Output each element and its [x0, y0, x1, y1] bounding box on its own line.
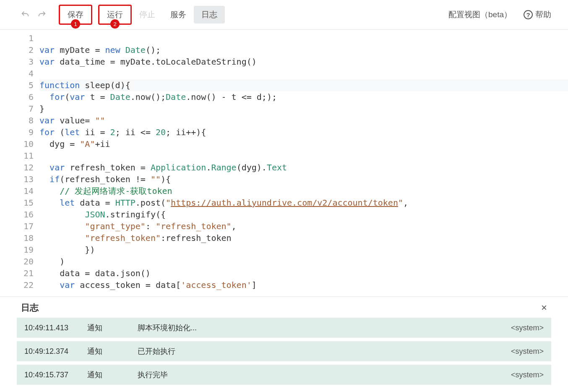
line-number: 18: [0, 232, 34, 244]
log-message: 已开始执行: [138, 346, 511, 356]
line-number: 15: [0, 197, 34, 209]
save-badge: 1: [71, 19, 80, 29]
code-line[interactable]: [39, 32, 568, 44]
code-content[interactable]: var myDate = new Date();var data_time = …: [39, 30, 568, 296]
log-source: <system>: [511, 324, 544, 332]
config-view-button[interactable]: 配置视图（beta）: [448, 9, 512, 20]
log-time: 10:49:11.413: [24, 324, 87, 332]
line-number: 12: [0, 162, 34, 173]
log-row[interactable]: 10:49:12.374通知已开始执行<system>: [17, 341, 551, 361]
log-type: 通知: [87, 346, 138, 356]
toolbar-right: 配置视图（beta） ? 帮助: [448, 9, 551, 20]
code-line[interactable]: [39, 68, 568, 79]
service-button[interactable]: 服务: [163, 6, 194, 24]
line-number: 11: [0, 150, 34, 162]
help-button[interactable]: ? 帮助: [524, 9, 551, 20]
redo-icon: [37, 10, 47, 19]
code-line[interactable]: data = data.json(): [39, 267, 568, 279]
line-number: 21: [0, 267, 34, 279]
log-source: <system>: [511, 371, 544, 379]
code-line[interactable]: var refresh_token = Application.Range(dy…: [39, 162, 568, 173]
code-line[interactable]: var value= "": [39, 115, 568, 126]
code-line[interactable]: "grant_type": "refresh_token",: [39, 220, 568, 232]
stop-button: 停止: [132, 6, 163, 24]
help-label: 帮助: [535, 9, 551, 20]
help-icon: ?: [524, 10, 533, 19]
line-number: 6: [0, 91, 34, 103]
code-line[interactable]: if(refresh_token != ""){: [39, 173, 568, 185]
undo-icon: [21, 10, 30, 19]
log-type: 通知: [87, 370, 138, 380]
run-button-label: 运行: [107, 10, 123, 19]
log-time: 10:49:15.737: [24, 371, 87, 379]
log-title: 日志: [21, 302, 39, 314]
line-number: 4: [0, 68, 34, 79]
line-number: 20: [0, 256, 34, 267]
redo-button[interactable]: [34, 6, 50, 23]
toolbar: 保存 1 运行 2 停止 服务 日志 配置视图（beta） ? 帮助: [0, 0, 568, 29]
run-badge: 2: [110, 19, 120, 29]
code-line[interactable]: function sleep(d){: [39, 79, 568, 91]
log-body: 10:49:11.413通知脚本环境初始化...<system>10:49:12…: [0, 318, 568, 392]
line-number: 13: [0, 173, 34, 185]
line-number: 16: [0, 209, 34, 220]
line-number: 19: [0, 244, 34, 256]
line-number: 3: [0, 56, 34, 68]
log-row[interactable]: 10:49:11.413通知脚本环境初始化...<system>: [17, 318, 551, 338]
code-line[interactable]: "refresh_token":refresh_token: [39, 232, 568, 244]
code-line[interactable]: [39, 150, 568, 162]
code-line[interactable]: var myDate = new Date();: [39, 44, 568, 56]
log-panel: 日志 × 10:49:11.413通知脚本环境初始化...<system>10:…: [0, 296, 568, 392]
log-header: 日志 ×: [0, 297, 568, 318]
line-number: 5: [0, 79, 34, 91]
code-editor[interactable]: 12345678910111213141516171819202122 var …: [0, 29, 568, 296]
run-button[interactable]: 运行 2: [98, 5, 132, 25]
line-number: 22: [0, 279, 34, 291]
undo-button[interactable]: [17, 6, 34, 23]
line-number: 17: [0, 220, 34, 232]
toolbar-left: 保存 1 运行 2 停止 服务 日志: [17, 5, 448, 25]
log-time: 10:49:12.374: [24, 347, 87, 356]
log-source: <system>: [511, 347, 544, 356]
save-button-label: 保存: [68, 10, 83, 19]
code-line[interactable]: for(var t = Date.now();Date.now() - t <=…: [39, 91, 568, 103]
log-message: 执行完毕: [138, 370, 511, 380]
code-line[interactable]: }: [39, 103, 568, 115]
code-line[interactable]: let data = HTTP.post("https://auth.aliyu…: [39, 197, 568, 209]
line-number: 7: [0, 103, 34, 115]
log-row[interactable]: 10:49:15.737通知执行完毕<system>: [17, 365, 551, 385]
line-number: 1: [0, 32, 34, 44]
line-number: 2: [0, 44, 34, 56]
log-close-button[interactable]: ×: [541, 302, 547, 314]
line-number: 10: [0, 138, 34, 150]
log-message: 脚本环境初始化...: [138, 323, 511, 333]
code-line[interactable]: ): [39, 256, 568, 267]
code-line[interactable]: dyg = "A"+ii: [39, 138, 568, 150]
log-type: 通知: [87, 323, 138, 333]
line-number: 8: [0, 115, 34, 126]
save-button[interactable]: 保存 1: [59, 5, 92, 25]
line-number: 14: [0, 185, 34, 197]
log-tab-button[interactable]: 日志: [194, 6, 225, 24]
code-line[interactable]: JSON.stringify({: [39, 209, 568, 220]
code-line[interactable]: // 发起网络请求-获取token: [39, 185, 568, 197]
code-line[interactable]: var data_time = myDate.toLocaleDateStrin…: [39, 56, 568, 68]
line-number: 9: [0, 126, 34, 138]
code-line[interactable]: var access_token = data['access_token']: [39, 279, 568, 291]
code-line[interactable]: for (let ii = 2; ii <= 20; ii++){: [39, 126, 568, 138]
code-line[interactable]: }): [39, 244, 568, 256]
line-number-gutter: 12345678910111213141516171819202122: [0, 30, 39, 296]
